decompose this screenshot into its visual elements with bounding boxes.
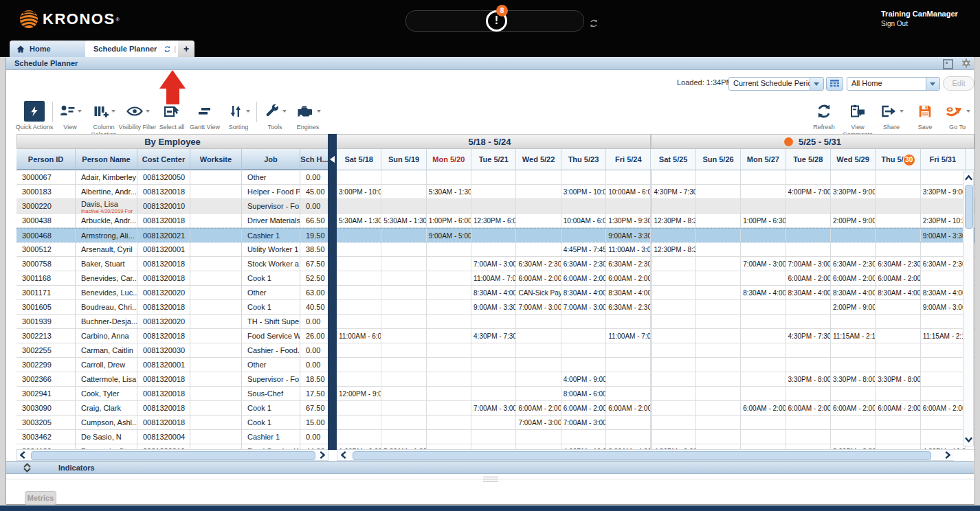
shift-cell[interactable]: 6:00AM - 2:00F <box>606 271 651 285</box>
shift-cell[interactable]: 7:00AM - 3:00F <box>561 416 606 429</box>
location-dropdown[interactable]: All Home <box>847 77 940 91</box>
maximize-icon[interactable] <box>943 59 953 69</box>
shift-cell[interactable] <box>921 358 966 372</box>
shift-cell[interactable] <box>696 387 741 400</box>
shift-cell[interactable] <box>921 372 966 386</box>
shift-cell[interactable] <box>337 242 381 256</box>
shift-cell[interactable] <box>561 199 606 213</box>
day-header-2[interactable]: Sun 5/19 <box>381 149 426 170</box>
shift-cell[interactable] <box>741 271 786 285</box>
shift-cell[interactable] <box>561 430 606 444</box>
shift-cell[interactable] <box>921 199 966 213</box>
shift-cell[interactable] <box>786 343 831 357</box>
shift-cell[interactable] <box>921 430 966 444</box>
shift-cell[interactable]: 6:00AM - 2:00F <box>741 401 786 415</box>
shift-cell[interactable] <box>427 199 471 213</box>
shift-cell[interactable] <box>921 343 966 357</box>
shift-cell[interactable] <box>696 401 741 415</box>
shift-cell[interactable]: 9:00AM - 3:30F <box>471 300 516 314</box>
shift-cell[interactable] <box>516 430 561 444</box>
share-button[interactable]: Share <box>872 100 911 131</box>
shift-cell[interactable] <box>561 343 606 357</box>
shift-cell[interactable] <box>381 300 426 314</box>
shift-cell[interactable]: 7:00AM - 3:00F <box>786 257 831 271</box>
employee-pane-scroll-thumb[interactable] <box>31 451 315 460</box>
shift-cell[interactable] <box>516 229 561 242</box>
shift-cell[interactable] <box>381 430 426 444</box>
shift-cell[interactable] <box>471 242 516 256</box>
shift-cell[interactable] <box>786 416 831 429</box>
shift-cell[interactable]: 8:30AM - 4:00F <box>786 286 831 299</box>
shift-cell[interactable] <box>696 242 741 256</box>
shift-cell[interactable] <box>471 170 516 184</box>
shift-cell[interactable] <box>337 343 381 357</box>
refresh-button[interactable]: Refresh <box>805 100 843 131</box>
shift-cell[interactable]: 8:30AM - 4:00F <box>561 286 606 299</box>
shift-cell[interactable] <box>516 315 561 328</box>
shift-cell[interactable] <box>831 416 876 429</box>
shift-cell[interactable] <box>427 387 471 400</box>
shift-cell[interactable] <box>741 416 786 429</box>
day-header-5[interactable]: Wed 5/22 <box>516 149 561 170</box>
shift-cell[interactable]: 8:30AM - 4:00F <box>876 286 920 299</box>
shift-cell[interactable] <box>381 229 426 242</box>
schedule-pane-scrollbar[interactable] <box>337 449 954 461</box>
shift-cell[interactable] <box>831 242 876 256</box>
shift-cell[interactable] <box>696 271 741 285</box>
shift-cell[interactable] <box>696 358 741 372</box>
shift-cell[interactable]: 6:00AM - 2:00F <box>831 401 876 415</box>
shift-cell[interactable] <box>381 329 426 343</box>
shift-cell[interactable] <box>516 170 561 184</box>
shift-cell[interactable] <box>381 199 426 213</box>
shift-cell[interactable] <box>696 444 741 449</box>
shift-cell[interactable] <box>876 430 920 444</box>
calendar-picker-button[interactable] <box>826 77 843 91</box>
shift-cell[interactable] <box>741 170 786 184</box>
shift-cell[interactable]: 6:00AM - 2:00F <box>786 401 831 415</box>
sign-out-link[interactable]: Sign Out <box>881 20 959 27</box>
quick-actions-button[interactable]: Quick Actions <box>15 100 54 131</box>
schedule-row[interactable]: 3002366Cattermole, Lisa0081320018Supervi… <box>16 372 975 387</box>
shift-cell[interactable]: 1:30PM - 9:30F <box>606 214 651 227</box>
shift-cell[interactable] <box>651 199 695 213</box>
col-worksite[interactable]: Worksite <box>190 149 242 170</box>
shift-cell[interactable] <box>381 372 426 386</box>
shift-cell[interactable] <box>337 229 381 242</box>
day-header-13[interactable]: Thu 5/30 <box>876 149 920 170</box>
shift-cell[interactable] <box>786 315 831 328</box>
shift-cell[interactable] <box>337 300 381 314</box>
shift-cell[interactable] <box>427 401 471 415</box>
shift-cell[interactable] <box>381 315 426 328</box>
shift-cell[interactable] <box>696 315 741 328</box>
shift-cell[interactable] <box>427 358 471 372</box>
shift-cell[interactable] <box>381 257 426 271</box>
vertical-scroll-thumb[interactable] <box>965 185 973 229</box>
shift-cell[interactable] <box>786 170 831 184</box>
schedule-row[interactable]: 3000438Arbuckle, Andr...0081320018Driver… <box>16 214 975 228</box>
shift-cell[interactable]: 4:30PM - 10:30 <box>921 444 966 449</box>
shift-cell[interactable] <box>741 329 786 343</box>
schedule-period-dropdown[interactable]: Current Schedule Period <box>728 77 824 91</box>
shift-cell[interactable] <box>427 416 471 429</box>
shift-cell[interactable] <box>606 416 651 429</box>
shift-cell[interactable] <box>876 358 920 372</box>
shift-cell[interactable]: 6:00AM - 2:00F <box>561 401 606 415</box>
shift-cell[interactable] <box>516 185 561 198</box>
shift-cell[interactable]: 6:00AM - 2:00F <box>606 401 651 415</box>
shift-cell[interactable]: CAN-Sick Pay H <box>516 286 561 299</box>
day-header-6[interactable]: Thu 5/23 <box>561 149 606 170</box>
shift-cell[interactable] <box>381 358 426 372</box>
col-person-id[interactable]: Person ID <box>16 149 76 170</box>
shift-cell[interactable] <box>427 329 471 343</box>
shift-cell[interactable]: 4:30PM - 7:30F <box>651 185 695 198</box>
shift-cell[interactable] <box>876 343 920 357</box>
shift-cell[interactable] <box>786 199 831 213</box>
shift-cell[interactable]: 4:00PM - 10:00 <box>561 444 606 449</box>
shift-cell[interactable]: 5:30AM - 1:30F <box>381 444 426 449</box>
shift-cell[interactable] <box>471 430 516 444</box>
shift-cell[interactable]: 4:00PM - 7:00F <box>786 185 831 198</box>
shift-cell[interactable] <box>876 444 920 449</box>
day-header-4[interactable]: Tue 5/21 <box>471 149 516 170</box>
scroll-left-icon[interactable] <box>18 451 27 459</box>
shift-cell[interactable] <box>516 329 561 343</box>
